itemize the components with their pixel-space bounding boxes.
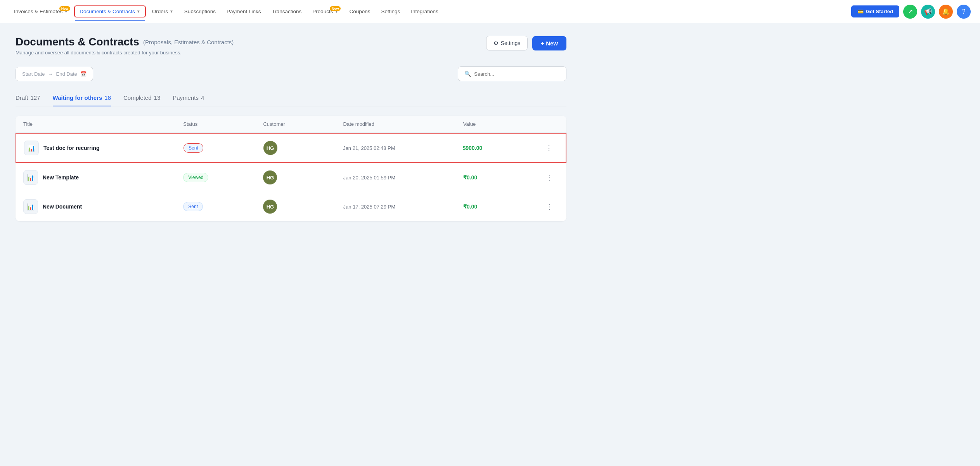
date-cell: Jan 20, 2025 01:59 PM — [343, 175, 463, 181]
nav-item-documents[interactable]: Documents & Contracts ▼ — [74, 5, 145, 17]
table-container: Title Status Customer Date modified Valu… — [16, 116, 566, 221]
date-cell: Jan 17, 2025 07:29 PM — [343, 204, 463, 210]
table-row[interactable]: 📊 New Document Sent HG Jan 17, 2025 07:2… — [16, 192, 566, 221]
settings-button[interactable]: ⚙ Settings — [486, 36, 528, 50]
tab-draft-label: Draft — [16, 94, 28, 101]
page-header: Documents & Contracts (Proposals, Estima… — [16, 36, 566, 56]
doc-title: New Template — [43, 174, 79, 181]
status-badge: Viewed — [183, 173, 208, 182]
nav-item-coupons[interactable]: Coupons — [345, 5, 375, 17]
nav-label-coupons: Coupons — [349, 9, 370, 14]
share-button[interactable]: ↗ — [903, 5, 917, 19]
nav-label-orders: Orders — [152, 9, 168, 14]
table-row[interactable]: 📊 Test doc for recurring Sent HG Jan 21,… — [16, 133, 566, 163]
get-started-button[interactable]: 💳 Get Started — [851, 5, 899, 17]
top-navigation: New Invoices & Estimates ▼ Documents & C… — [0, 0, 980, 23]
tab-payments[interactable]: Payments 4 — [173, 90, 204, 106]
actions-cell: ⋮ — [543, 172, 559, 183]
table-row[interactable]: 📊 New Template Viewed HG Jan 20, 2025 01… — [16, 163, 566, 192]
page-title: Documents & Contracts (Proposals, Estima… — [16, 36, 234, 48]
doc-cell: 📊 New Document — [23, 199, 183, 214]
doc-title: New Document — [43, 203, 82, 210]
doc-cell: 📊 New Template — [23, 170, 183, 185]
document-icon: 📊 — [24, 141, 39, 155]
status-cell: Sent — [183, 202, 263, 211]
chevron-down-icon: ▼ — [170, 9, 173, 14]
nav-label-invoices: Invoices & Estimates — [14, 9, 62, 14]
search-box[interactable]: 🔍 — [458, 66, 566, 81]
help-button[interactable]: ? — [957, 5, 971, 19]
nav-item-payment-links[interactable]: Payment Links — [222, 5, 266, 17]
actions-cell: ⋮ — [542, 142, 558, 154]
nav-right: 💳 Get Started ↗ 📢 🔔 ? — [851, 5, 971, 19]
avatar: HG — [263, 170, 277, 184]
page-title-subtitle: (Proposals, Estimates & Contracts) — [143, 39, 234, 45]
nav-item-transactions[interactable]: Transactions — [267, 5, 306, 17]
page-title-section: Documents & Contracts (Proposals, Estima… — [16, 36, 234, 56]
nav-label-settings: Settings — [381, 9, 400, 14]
chevron-down-icon: ▼ — [137, 9, 140, 14]
nav-items: New Invoices & Estimates ▼ Documents & C… — [9, 5, 851, 17]
nav-label-documents: Documents & Contracts — [80, 9, 135, 14]
nav-item-settings[interactable]: Settings — [376, 5, 405, 17]
tab-waiting-label: Waiting for others — [53, 94, 102, 101]
status-cell: Viewed — [183, 173, 263, 182]
nav-item-integrations[interactable]: Integrations — [406, 5, 443, 17]
search-input[interactable] — [474, 71, 560, 77]
nav-label-subscriptions: Subscriptions — [184, 9, 216, 14]
notification-button[interactable]: 🔔 — [939, 5, 953, 19]
doc-cell: 📊 Test doc for recurring — [24, 141, 184, 155]
value-cell: ₹0.00 — [463, 174, 543, 181]
filters-row: Start Date → End Date 📅 🔍 — [16, 66, 566, 81]
col-header-status: Status — [183, 121, 263, 127]
status-badge: Sent — [184, 143, 203, 153]
end-date-label: End Date — [56, 71, 77, 77]
date-cell: Jan 21, 2025 02:48 PM — [343, 145, 462, 151]
col-header-customer: Customer — [263, 121, 343, 127]
tab-waiting-count: 18 — [104, 94, 111, 101]
nav-label-integrations: Integrations — [411, 9, 438, 14]
nav-item-subscriptions[interactable]: Subscriptions — [180, 5, 220, 17]
nav-label-transactions: Transactions — [272, 9, 301, 14]
customer-cell: HG — [263, 200, 343, 214]
gear-icon: ⚙ — [493, 40, 499, 46]
new-badge-products: New — [330, 6, 341, 11]
tab-completed-count: 13 — [154, 94, 161, 101]
tab-payments-label: Payments — [173, 94, 199, 101]
nav-item-invoices[interactable]: New Invoices & Estimates ▼ — [9, 5, 73, 17]
avatar: HG — [263, 200, 277, 214]
header-actions: ⚙ Settings + New — [486, 36, 566, 50]
arrow-icon: → — [48, 71, 53, 77]
more-options-button[interactable]: ⋮ — [543, 201, 556, 212]
calendar-icon: 📅 — [80, 71, 87, 77]
main-content: Documents & Contracts (Proposals, Estima… — [0, 23, 582, 234]
nav-item-orders[interactable]: Orders ▼ — [147, 5, 178, 17]
new-document-button[interactable]: + New — [532, 36, 566, 50]
search-icon: 🔍 — [464, 71, 471, 77]
value-cell: $900.00 — [462, 145, 542, 151]
new-badge-invoices: New — [59, 6, 71, 11]
col-header-title: Title — [23, 121, 183, 127]
nav-item-products[interactable]: New Products ▼ — [308, 5, 343, 17]
document-icon: 📊 — [23, 199, 38, 214]
tab-waiting[interactable]: Waiting for others 18 — [53, 90, 111, 106]
tab-draft[interactable]: Draft 127 — [16, 90, 40, 106]
tabs-row: Draft 127 Waiting for others 18 Complete… — [16, 90, 566, 106]
date-filter[interactable]: Start Date → End Date 📅 — [16, 67, 93, 81]
status-badge: Sent — [183, 202, 203, 211]
customer-cell: HG — [263, 170, 343, 184]
avatar: HG — [263, 141, 277, 155]
tab-completed-label: Completed — [123, 94, 152, 101]
tab-completed[interactable]: Completed 13 — [123, 90, 160, 106]
status-cell: Sent — [184, 143, 263, 153]
col-header-actions — [543, 121, 559, 127]
doc-title: Test doc for recurring — [43, 145, 99, 151]
broadcast-button[interactable]: 📢 — [921, 5, 935, 19]
value-cell: ₹0.00 — [463, 203, 543, 210]
nav-label-payment-links: Payment Links — [227, 9, 261, 14]
actions-cell: ⋮ — [543, 201, 559, 212]
more-options-button[interactable]: ⋮ — [542, 142, 556, 154]
more-options-button[interactable]: ⋮ — [543, 172, 556, 183]
tab-draft-count: 127 — [31, 94, 40, 101]
start-date-label: Start Date — [22, 71, 45, 77]
